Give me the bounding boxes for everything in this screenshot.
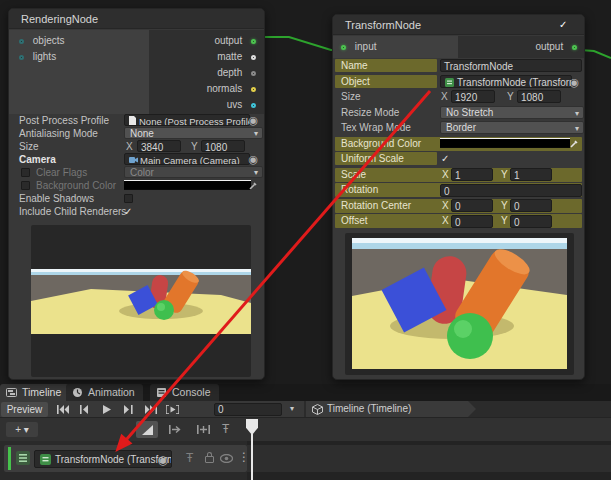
port-input-dot[interactable] xyxy=(341,45,346,50)
port-matte-label: matte xyxy=(217,51,242,62)
tex-wrap-mode-dropdown[interactable]: Border ▾ xyxy=(440,121,584,134)
scale-y-input[interactable]: 1 xyxy=(510,168,552,181)
name-input[interactable]: TransformNode xyxy=(440,59,582,72)
port-matte-dot[interactable] xyxy=(251,55,256,60)
resize-mode-value: No Stretch xyxy=(446,107,493,118)
object-value: TransformNode (Transform Node xyxy=(457,77,572,88)
transform-node-header[interactable]: TransformNode ✓ xyxy=(333,15,584,35)
name-label: Name xyxy=(335,59,437,72)
size-y-input[interactable]: 1080 xyxy=(201,140,245,152)
rendering-node[interactable]: RenderingNode objects lights output matt… xyxy=(8,8,265,380)
row-camera: Camera Main Camera (Camera) ◉ xyxy=(11,153,262,166)
row-include-child-renderers: Include Child Renderers ✓ xyxy=(11,205,262,218)
transform-node-preview-image xyxy=(352,238,567,369)
row-object: Object TransformNode (Transform Node ◉ xyxy=(335,75,582,89)
background-color-checkbox[interactable] xyxy=(21,181,30,190)
scale-x-input[interactable]: 1 xyxy=(451,168,493,181)
size2-y-input[interactable]: 1080 xyxy=(517,90,561,103)
row-rotation: Rotation 0 xyxy=(335,183,582,197)
scale-y-label: Y xyxy=(501,168,508,182)
playhead-line xyxy=(251,434,253,480)
scale-y-value: 1 xyxy=(514,170,520,181)
offset-y-value: 0 xyxy=(514,217,520,228)
rotation-input[interactable]: 0 xyxy=(440,184,582,197)
offset-x-value: 0 xyxy=(455,217,461,228)
rotation-center-x-input[interactable]: 0 xyxy=(451,199,493,212)
camera-field[interactable]: Main Camera (Camera) xyxy=(124,153,250,165)
rotation-center-y-input[interactable]: 0 xyxy=(510,199,552,212)
port-input[interactable]: input xyxy=(341,39,376,55)
row-background-color: Background Color xyxy=(11,179,262,192)
background-color-swatch[interactable] xyxy=(124,180,251,190)
port-output2[interactable]: output xyxy=(535,39,577,55)
port-depth-dot[interactable] xyxy=(251,71,256,76)
uniform-scale-checkbox[interactable]: ✓ xyxy=(441,154,449,164)
tex-wrap-mode-value: Border xyxy=(446,122,476,133)
background-color2-swatch[interactable] xyxy=(440,138,570,148)
unity-editor-screenshot: RenderingNode objects lights output matt… xyxy=(0,0,611,480)
clear-flags-dropdown[interactable]: Color ▾ xyxy=(124,166,263,178)
offset-x-label: X xyxy=(442,214,449,228)
enable-shadows-checkbox[interactable] xyxy=(124,194,133,203)
dropdown-caret-icon: ▾ xyxy=(254,128,258,139)
antialiasing-value: None xyxy=(130,128,154,139)
resize-mode-dropdown[interactable]: No Stretch ▾ xyxy=(440,106,584,119)
transform-node[interactable]: TransformNode ✓ input output Name Transf… xyxy=(332,14,585,380)
uniform-scale-label: Uniform Scale xyxy=(335,152,437,165)
port-normals[interactable]: normals xyxy=(207,81,256,97)
port-depth[interactable]: depth xyxy=(217,65,256,81)
port-output2-dot[interactable] xyxy=(572,45,577,50)
port-lights-label: lights xyxy=(33,51,56,62)
row-enable-shadows: Enable Shadows xyxy=(11,192,262,205)
rendering-node-preview-image xyxy=(31,269,251,334)
port-normals-label: normals xyxy=(207,83,243,94)
include-child-renderers-checkbox[interactable]: ✓ xyxy=(124,207,132,217)
row-tex-wrap-mode: Tex Wrap Mode Border ▾ xyxy=(335,121,582,135)
row-background-color2: Background Color xyxy=(335,137,582,151)
port-output-dot[interactable] xyxy=(251,39,256,44)
post-process-field[interactable]: None (Post Process Profile) xyxy=(124,114,250,126)
size-label: Size xyxy=(19,140,38,153)
port-objects-label: objects xyxy=(33,35,65,46)
post-process-picker-icon[interactable]: ◉ xyxy=(248,114,258,127)
port-lights[interactable]: lights xyxy=(19,49,56,65)
row-rotation-center: Rotation Center X 0 Y 0 xyxy=(335,199,582,213)
dropdown-caret-icon: ▾ xyxy=(575,122,579,134)
camera-icon xyxy=(129,156,138,163)
port-output[interactable]: output xyxy=(214,33,256,49)
port-lights-dot[interactable] xyxy=(19,55,24,60)
size2-x-input[interactable]: 1920 xyxy=(451,90,495,103)
scriptable-object-icon xyxy=(445,78,454,87)
dropdown-caret-icon: ▾ xyxy=(254,167,258,178)
port-objects-dot[interactable] xyxy=(19,39,24,44)
size-x-input[interactable]: 3840 xyxy=(137,140,181,152)
port-matte[interactable]: matte xyxy=(217,49,256,65)
background-color2-label: Background Color xyxy=(335,137,437,150)
port-uvs-label: uvs xyxy=(227,99,243,110)
port-objects[interactable]: objects xyxy=(19,33,64,49)
antialiasing-label: Antialiasing Mode xyxy=(19,127,98,140)
camera-label: Camera xyxy=(19,153,56,166)
antialiasing-dropdown[interactable]: None ▾ xyxy=(124,127,263,139)
row-offset: Offset X 0 Y 0 xyxy=(335,214,582,228)
offset-y-input[interactable]: 0 xyxy=(510,215,552,228)
port-uvs-dot[interactable] xyxy=(251,103,256,108)
clear-flags-checkbox[interactable] xyxy=(21,168,30,177)
offset-x-input[interactable]: 0 xyxy=(451,215,493,228)
camera-picker-icon[interactable]: ◉ xyxy=(248,153,258,166)
row-uniform-scale: Uniform Scale ✓ xyxy=(335,152,582,166)
port-output-label: output xyxy=(214,35,242,46)
transform-node-enabled-checkbox[interactable]: ✓ xyxy=(559,20,567,30)
name-value: TransformNode xyxy=(444,61,513,72)
object-picker-icon[interactable]: ◉ xyxy=(569,75,579,89)
row-clear-flags: Clear Flags Color ▾ xyxy=(11,166,262,179)
eyedropper-icon[interactable] xyxy=(249,181,258,190)
rotation-center-label: Rotation Center xyxy=(335,199,437,212)
rendering-node-header[interactable]: RenderingNode xyxy=(9,9,264,29)
size-y-value: 1080 xyxy=(205,142,227,152)
port-normals-dot[interactable] xyxy=(251,87,256,92)
clear-flags-value: Color xyxy=(130,167,154,178)
port-uvs[interactable]: uvs xyxy=(227,97,256,113)
eyedropper-icon[interactable] xyxy=(570,139,579,148)
object-field[interactable]: TransformNode (Transform Node xyxy=(440,75,572,88)
